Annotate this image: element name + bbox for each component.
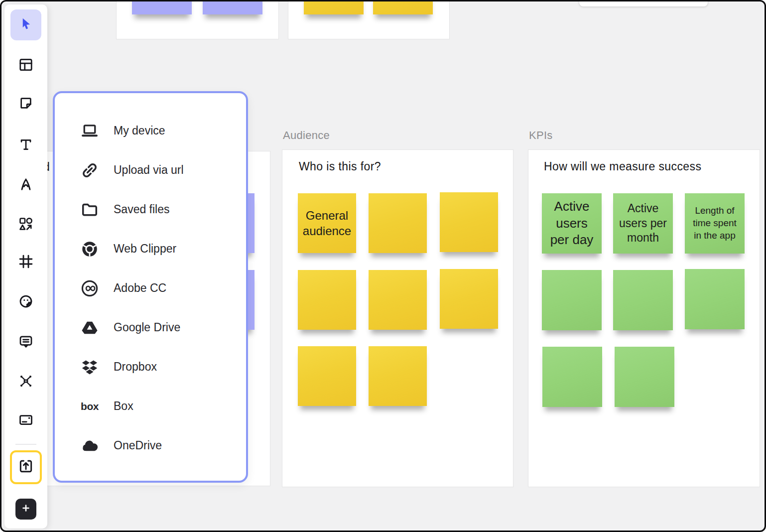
select-tool-button[interactable] [10,9,41,40]
templates-icon [18,57,33,72]
menu-item-dropbox[interactable]: Dropbox [55,347,246,387]
menu-item-label: Box [114,399,133,413]
box-icon: box [80,397,100,416]
menu-item-upload-via-url[interactable]: Upload via url [55,150,246,190]
sticky-note-tool-button[interactable] [15,92,37,114]
top-toolbar-remnant [579,0,708,6]
sticky-note-icon [18,96,33,111]
text-tool-button[interactable] [15,133,37,155]
sticky-note-yellow[interactable]: General audience [298,193,356,253]
link-icon [80,161,100,180]
card-tool-button[interactable] [15,409,37,431]
sticky-note-green[interactable] [542,270,602,330]
comment-tool-button[interactable] [15,330,37,352]
sticky-note-green[interactable]: Length of time spent in the app [685,193,745,254]
menu-item-saved-files[interactable]: Saved files [55,190,246,229]
sticky-note-green[interactable] [615,347,674,407]
menu-item-google-drive[interactable]: Google Drive [55,308,246,347]
upload-menu-popup: My device Upload via url Saved files Web… [53,91,248,483]
connector-tool-button[interactable] [15,370,37,392]
menu-item-label: Web Clipper [114,242,176,256]
shapes-icon [18,217,33,232]
sticky-note-yellow[interactable] [440,192,498,252]
sticky-note-yellow[interactable] [304,0,364,14]
upload-icon [18,458,34,476]
plus-icon [20,502,32,516]
frame-tool-button[interactable] [15,251,37,272]
menu-item-onedrive[interactable]: OneDrive [55,426,246,465]
sticker-tool-button[interactable] [15,290,37,312]
menu-item-label: My device [114,124,165,137]
toolbar-divider [15,444,36,445]
card-icon [18,412,33,427]
onedrive-icon [80,436,100,455]
menu-item-box[interactable]: box Box [55,387,246,426]
pen-tool-button[interactable] [15,173,37,195]
menu-item-label: Adobe CC [114,281,166,295]
comment-icon [18,334,33,349]
cursor-icon [18,16,33,33]
sticker-smiley-icon [18,294,33,309]
sticky-note-yellow[interactable] [298,346,356,406]
frame-icon [18,254,33,269]
upload-tool-button-highlighted[interactable] [10,450,42,484]
frame-label-audience[interactable]: Audience [283,129,330,142]
sticky-note-yellow[interactable] [369,346,427,406]
templates-tool-button[interactable] [15,54,37,76]
text-icon [18,137,33,152]
sticky-note-yellow[interactable] [298,270,356,330]
laptop-icon [80,122,100,140]
pen-icon [18,177,33,192]
sticky-note-yellow[interactable] [369,270,427,330]
menu-item-label: Upload via url [114,163,184,177]
add-more-tools-button[interactable] [15,499,36,520]
sticky-note-green[interactable] [685,269,745,329]
adobe-cc-icon [80,279,100,298]
whiteboard-screen: d Audience Who is this for? General audi… [0,0,766,532]
sticky-note-purple[interactable] [203,0,262,14]
menu-item-label: OneDrive [114,439,162,452]
tools-sidebar [4,4,47,529]
sticky-note-yellow[interactable] [373,0,433,14]
menu-item-label: Dropbox [114,360,157,374]
connector-icon [18,374,33,389]
menu-item-my-device[interactable]: My device [55,111,246,150]
menu-item-label: Google Drive [114,321,180,334]
menu-item-label: Saved files [114,203,170,216]
google-drive-icon [80,318,100,337]
dropbox-icon [80,358,100,377]
sticky-note-purple[interactable] [132,0,192,14]
audience-heading[interactable]: Who is this for? [299,160,381,173]
sticky-note-green[interactable]: Active users per day [542,193,602,254]
folder-icon [80,200,100,219]
sticky-note-yellow[interactable] [440,269,498,329]
sticky-note-green[interactable]: Active users per month [613,193,673,254]
sticky-note-green[interactable] [542,347,602,407]
menu-item-adobe-cc[interactable]: Adobe CC [55,268,246,308]
sticky-note-green[interactable] [613,270,673,330]
chrome-icon [80,240,100,259]
frame-label-kpis[interactable]: KPIs [529,129,553,142]
shapes-tool-button[interactable] [15,213,37,235]
sticky-note-yellow[interactable] [369,193,427,253]
menu-item-web-clipper[interactable]: Web Clipper [55,229,246,268]
kpis-heading[interactable]: How will we measure success [544,160,701,173]
